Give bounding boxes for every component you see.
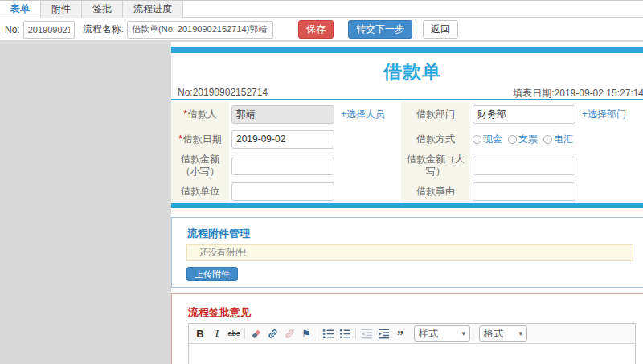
rich-text-editor: B I abc bbox=[188, 323, 636, 364]
loan-method-field: 现金 支票 电汇 bbox=[470, 127, 643, 151]
select-person-link[interactable]: +选择人员 bbox=[341, 108, 385, 121]
save-button[interactable]: 保存 bbox=[298, 20, 334, 39]
loan-method-label: 借款方式 bbox=[401, 127, 470, 151]
bulleted-list-icon[interactable] bbox=[338, 327, 351, 340]
select-department-link[interactable]: +选择部门 bbox=[582, 108, 626, 121]
editor-toolbar: B I abc bbox=[189, 324, 635, 344]
loan-reason-input[interactable] bbox=[473, 182, 575, 201]
format-dropdown[interactable]: 格式 ▾ bbox=[479, 325, 527, 342]
unlink-icon[interactable] bbox=[283, 327, 296, 340]
styles-dropdown[interactable]: 样式 ▾ bbox=[414, 325, 470, 342]
page: 表单 附件 签批 流程进度 No: 流程名称: 保存 转交下一步 返回 借款单 … bbox=[0, 0, 643, 364]
blockquote-icon[interactable]: ” bbox=[394, 327, 407, 340]
header-rule bbox=[171, 99, 643, 100]
radio-wire-transfer[interactable]: 电汇 bbox=[543, 133, 573, 146]
loan-date-label: *借款日期 bbox=[171, 127, 229, 151]
toolbar: No: 流程名称: 保存 转交下一步 返回 bbox=[0, 18, 643, 41]
form-table: *借款人 +选择人员 借款部门 +选择部门 *借款日期 借款方式 bbox=[171, 102, 643, 203]
bottom-accent-bar bbox=[171, 203, 643, 208]
department-label: 借款部门 bbox=[401, 102, 470, 127]
back-button[interactable]: 返回 bbox=[423, 20, 458, 39]
amount-lower-field bbox=[229, 151, 401, 180]
bold-icon[interactable]: B bbox=[194, 327, 207, 340]
amount-upper-field bbox=[470, 151, 643, 180]
department-input[interactable] bbox=[473, 105, 575, 124]
outdent-icon[interactable] bbox=[360, 327, 373, 340]
radio-cheque-icon[interactable] bbox=[508, 135, 517, 144]
no-attachments-notice: 还没有附件! bbox=[186, 244, 633, 261]
loan-method-radio-group: 现金 支票 电汇 bbox=[473, 133, 573, 146]
tab-form[interactable]: 表单 bbox=[0, 1, 41, 18]
strikethrough-icon[interactable]: abc bbox=[227, 327, 240, 340]
attachment-section: 流程附件管理 还没有附件! 上传附件 bbox=[171, 217, 643, 288]
anchor-icon[interactable]: ⚑ bbox=[300, 327, 313, 340]
editor-text-area[interactable] bbox=[189, 344, 635, 364]
amount-upper-input[interactable] bbox=[473, 157, 575, 175]
amount-lower-label: 借款金额（小写） bbox=[171, 151, 229, 180]
department-field: +选择部门 bbox=[470, 102, 643, 127]
remove-format-icon[interactable] bbox=[249, 327, 262, 340]
loan-date-field bbox=[229, 127, 401, 151]
radio-cash-icon[interactable] bbox=[473, 135, 481, 144]
approval-section-title: 流程签批意见 bbox=[188, 305, 251, 320]
loan-unit-label: 借款单位 bbox=[171, 180, 229, 203]
toolbar-separator bbox=[355, 328, 356, 339]
next-step-button[interactable]: 转交下一步 bbox=[348, 20, 412, 39]
no-label: No: bbox=[5, 24, 20, 35]
italic-icon[interactable]: I bbox=[211, 327, 223, 340]
loan-unit-field bbox=[229, 180, 401, 203]
toolbar-separator bbox=[244, 328, 245, 339]
attachment-section-title: 流程附件管理 bbox=[187, 227, 250, 241]
chevron-down-icon: ▾ bbox=[457, 329, 465, 337]
indent-icon[interactable] bbox=[377, 327, 390, 340]
tab-process-progress[interactable]: 流程进度 bbox=[123, 1, 183, 18]
link-icon[interactable] bbox=[266, 327, 279, 340]
toolbar-separator bbox=[317, 328, 317, 339]
upload-attachment-button[interactable]: 上传附件 bbox=[186, 267, 238, 281]
tab-bar: 表单 附件 签批 流程进度 bbox=[0, 0, 643, 18]
loan-reason-label: 借款事由 bbox=[401, 180, 470, 203]
process-name-input[interactable] bbox=[127, 21, 273, 39]
borrower-input[interactable] bbox=[231, 105, 334, 124]
top-accent-bar bbox=[171, 47, 643, 53]
amount-upper-label: 借款金额（大写） bbox=[401, 151, 470, 180]
borrower-field: +选择人员 bbox=[229, 102, 401, 127]
no-input[interactable] bbox=[23, 21, 75, 39]
loan-reason-field bbox=[470, 180, 643, 203]
loan-unit-input[interactable] bbox=[231, 182, 334, 201]
borrower-label: *借款人 bbox=[171, 102, 229, 127]
radio-cash[interactable]: 现金 bbox=[473, 133, 502, 146]
tab-attachments[interactable]: 附件 bbox=[41, 1, 82, 18]
radio-wire-transfer-icon[interactable] bbox=[543, 135, 552, 144]
tab-approval[interactable]: 签批 bbox=[82, 1, 123, 18]
form-panel: 借款单 No:20190902152714 填表日期:2019-09-02 15… bbox=[171, 42, 643, 364]
approval-section: 流程签批意见 B I abc bbox=[171, 293, 643, 364]
radio-cheque[interactable]: 支票 bbox=[508, 133, 538, 146]
page-title: 借款单 bbox=[171, 59, 643, 84]
chevron-down-icon: ▾ bbox=[514, 329, 522, 337]
loan-date-input[interactable] bbox=[231, 130, 334, 149]
amount-lower-input[interactable] bbox=[231, 157, 334, 175]
numbered-list-icon[interactable] bbox=[322, 327, 334, 340]
process-name-label: 流程名称: bbox=[83, 22, 124, 36]
